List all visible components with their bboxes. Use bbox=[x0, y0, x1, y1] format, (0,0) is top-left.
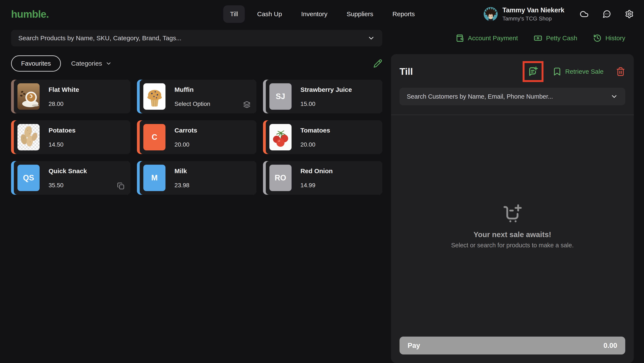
customer-search-input[interactable] bbox=[407, 93, 610, 100]
retrieve-sale-label: Retrieve Sale bbox=[565, 68, 604, 75]
product-name: Flat White bbox=[48, 86, 79, 93]
product-price: 35.50 bbox=[48, 182, 87, 189]
pay-button[interactable]: Pay 0.00 bbox=[400, 336, 625, 354]
categories-label: Categories bbox=[71, 60, 102, 67]
user-menu[interactable]: Tammy Van Niekerk Tammy's TCG Shop bbox=[484, 6, 564, 22]
product-image-tomatoes bbox=[270, 124, 292, 150]
product-price: 23.98 bbox=[174, 182, 189, 189]
product-initials-tile: RO bbox=[270, 165, 292, 191]
product-grid: Flat White 28.00 Muffin Select Option bbox=[11, 80, 382, 195]
trash-icon bbox=[616, 67, 625, 76]
tab-reports[interactable]: Reports bbox=[386, 5, 422, 23]
pos-app: humble. Till Cash Up Inventory Suppliers… bbox=[0, 0, 644, 363]
categories-dropdown[interactable]: Categories bbox=[71, 60, 112, 67]
app-logo: humble. bbox=[11, 8, 49, 20]
product-card-tomatoes[interactable]: Tomatoes 20.00 bbox=[263, 120, 382, 154]
product-name: Strawberry Juice bbox=[300, 86, 352, 93]
product-card-red-onion[interactable]: RO Red Onion 14.99 bbox=[263, 161, 382, 195]
product-card-strawberry-juice[interactable]: SJ Strawberry Juice 15.00 bbox=[263, 80, 382, 113]
edit-layout-button[interactable] bbox=[373, 59, 382, 68]
add-note-button[interactable] bbox=[527, 66, 539, 77]
product-initials-tile: M bbox=[143, 165, 166, 191]
empty-state-title: Your next sale awaits! bbox=[474, 230, 551, 239]
product-price: 20.00 bbox=[174, 141, 197, 148]
history-button[interactable]: History bbox=[593, 34, 625, 42]
pay-label: Pay bbox=[408, 342, 420, 350]
product-card-quick-snack[interactable]: QS Quick Snack 35.50 bbox=[11, 161, 130, 195]
user-texts: Tammy Van Niekerk Tammy's TCG Shop bbox=[502, 6, 564, 22]
product-price: 20.00 bbox=[300, 141, 330, 148]
product-card-flat-white[interactable]: Flat White 28.00 bbox=[11, 80, 130, 113]
avatar bbox=[484, 7, 498, 21]
account-payment-label: Account Payment bbox=[468, 34, 518, 42]
product-card-potatoes[interactable]: Potatoes 14.50 bbox=[11, 120, 130, 154]
user-store: Tammy's TCG Shop bbox=[502, 15, 564, 22]
add-note-icon bbox=[527, 66, 539, 77]
till-header-actions: Retrieve Sale bbox=[522, 61, 625, 82]
filter-row: Favourites Categories bbox=[11, 56, 382, 72]
history-label: History bbox=[606, 34, 625, 42]
till-panel-header: Till Retrieve Sale bbox=[400, 60, 625, 83]
banknote-icon bbox=[534, 34, 542, 42]
annotation-highlight bbox=[522, 61, 544, 82]
product-price: Select Option bbox=[174, 100, 210, 107]
pencil-icon bbox=[373, 59, 382, 68]
tab-suppliers[interactable]: Suppliers bbox=[340, 5, 380, 23]
tab-cash-up[interactable]: Cash Up bbox=[250, 5, 289, 23]
product-name: Tomatoes bbox=[300, 127, 330, 134]
quick-actions: Account Payment Petty Cash History bbox=[391, 30, 625, 46]
product-card-muffin[interactable]: Muffin Select Option bbox=[137, 80, 256, 113]
till-panel: Till Retrieve Sale bbox=[391, 54, 634, 363]
customer-search bbox=[400, 88, 625, 105]
product-price: 14.50 bbox=[48, 141, 76, 148]
petty-cash-label: Petty Cash bbox=[546, 34, 577, 42]
top-bar-icons bbox=[580, 10, 634, 18]
product-price: 15.00 bbox=[300, 100, 352, 107]
product-name: Quick Snack bbox=[48, 168, 87, 175]
product-image-muffin bbox=[143, 83, 166, 110]
cloud-icon[interactable] bbox=[580, 10, 589, 18]
chevron-down-icon bbox=[106, 60, 112, 67]
tab-inventory[interactable]: Inventory bbox=[294, 5, 334, 23]
top-bar: humble. Till Cash Up Inventory Suppliers… bbox=[11, 0, 634, 28]
product-image-coffee bbox=[18, 83, 40, 110]
chevron-down-icon[interactable] bbox=[610, 93, 618, 100]
product-search-input[interactable] bbox=[18, 34, 367, 42]
pay-amount: 0.00 bbox=[604, 342, 617, 350]
chat-icon[interactable] bbox=[602, 10, 611, 18]
product-name: Muffin bbox=[174, 86, 210, 93]
account-payment-button[interactable]: Account Payment bbox=[456, 34, 518, 42]
empty-state-subtitle: Select or search for products to make a … bbox=[451, 242, 574, 249]
main-nav: Till Cash Up Inventory Suppliers Reports bbox=[223, 5, 422, 23]
user-name: Tammy Van Niekerk bbox=[502, 6, 564, 14]
chevron-down-icon[interactable] bbox=[367, 34, 375, 42]
till-title: Till bbox=[400, 66, 413, 77]
petty-cash-button[interactable]: Petty Cash bbox=[534, 34, 577, 42]
cart-plus-icon bbox=[502, 203, 523, 224]
retrieve-sale-button[interactable]: Retrieve Sale bbox=[552, 67, 604, 76]
product-card-carrots[interactable]: C Carrots 20.00 bbox=[137, 120, 256, 154]
gear-icon[interactable] bbox=[625, 10, 634, 18]
product-name: Milk bbox=[174, 168, 189, 175]
clear-sale-button[interactable] bbox=[616, 67, 625, 76]
copy-icon bbox=[117, 182, 124, 190]
product-name: Red Onion bbox=[300, 168, 333, 175]
product-image-potatoes bbox=[18, 124, 40, 150]
layers-icon bbox=[243, 101, 250, 108]
history-icon bbox=[593, 34, 602, 42]
tab-till[interactable]: Till bbox=[223, 5, 245, 23]
product-initials-tile: C bbox=[143, 124, 166, 150]
favourites-filter[interactable]: Favourites bbox=[11, 56, 61, 72]
product-card-milk[interactable]: M Milk 23.98 bbox=[137, 161, 256, 195]
product-initials-tile: SJ bbox=[270, 83, 292, 110]
wallet-icon bbox=[456, 34, 464, 42]
product-initials-tile: QS bbox=[18, 165, 40, 191]
product-search bbox=[11, 30, 382, 46]
product-price: 28.00 bbox=[48, 100, 79, 107]
product-name: Carrots bbox=[174, 127, 197, 134]
bookmark-icon bbox=[552, 67, 562, 76]
product-price: 14.99 bbox=[300, 182, 333, 189]
product-name: Potatoes bbox=[48, 127, 76, 134]
empty-sale-state: Your next sale awaits! Select or search … bbox=[400, 115, 625, 336]
